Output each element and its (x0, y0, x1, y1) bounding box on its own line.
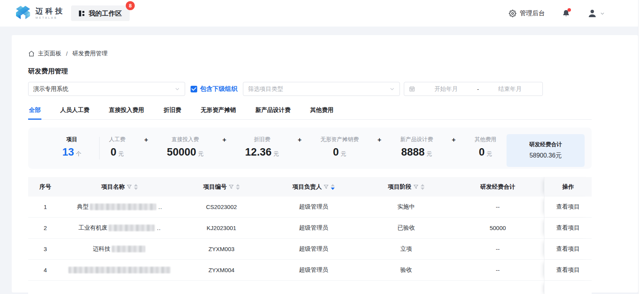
checkbox-checked-icon (191, 86, 197, 92)
tab-3[interactable]: 折旧费 (163, 103, 182, 120)
breadcrumb-separator: / (66, 50, 68, 57)
start-month-placeholder: 开始年月 (418, 85, 474, 93)
cell-code: ZYXM003 (177, 239, 266, 259)
system-select-value: 演示专用系统 (33, 85, 68, 93)
table-row: 2工业有机废‥KJ2023001超级管理员已验收50000查看项目 (28, 218, 592, 239)
expense-stats: 人工费 0元 + 直接投入费 50000元 + 折旧费 12.36元 + 无形资… (103, 136, 507, 158)
stat-project-count: 项目 13个 (45, 136, 99, 158)
scrollbar[interactable] (638, 0, 644, 294)
column-header-owner[interactable]: 项目负责人 (266, 177, 361, 197)
tab-2[interactable]: 直接投入费用 (108, 103, 145, 120)
admin-console-link[interactable]: 管理后台 (509, 9, 545, 18)
system-select[interactable]: 演示专用系统 (28, 82, 185, 96)
cell-index: 1 (28, 197, 62, 217)
cell-action: 查看项目 (544, 218, 592, 238)
logo-title: 迈科技 (36, 7, 65, 15)
tab-1[interactable]: 人员人工费 (59, 103, 90, 120)
filter-funnel-icon[interactable] (414, 184, 418, 189)
logo-mark-icon (14, 5, 32, 22)
workspace-label: 我的工作区 (89, 9, 122, 18)
user-menu-button[interactable] (587, 9, 605, 18)
workspace-grid-icon (79, 11, 85, 16)
chevron-down-icon (175, 86, 180, 92)
filter-funnel-icon[interactable] (324, 184, 328, 189)
table-header-row: 序号 项目名称 项目编号 项目负责人 项目阶段 研发经费合计 操作 (28, 177, 592, 197)
cell-stage: 实施中 (361, 197, 451, 217)
project-type-placeholder: 筛选项目类型 (248, 85, 283, 93)
stat-4: 新产品设计费 8888元 (400, 136, 433, 158)
logo-subtitle: METALAB (36, 16, 65, 19)
table-row: 1典型‥CS2023002超级管理员实施中--查看项目 (28, 197, 592, 218)
column-header-action: 操作 (544, 177, 592, 197)
view-project-link[interactable]: 查看项目 (557, 245, 580, 253)
cell-stage: 立项 (361, 239, 451, 259)
cell-code: KJ2023001 (177, 218, 266, 238)
chevron-down-icon (600, 11, 605, 16)
cell-owner: 超级管理员 (266, 260, 361, 280)
total-budget-value: 58900.36 (530, 152, 556, 159)
project-type-select[interactable]: 筛选项目类型 (243, 82, 400, 96)
divider (99, 137, 100, 159)
date-range-input[interactable]: 开始年月 - 结束年月 (404, 82, 543, 96)
column-header-name[interactable]: 项目名称 (62, 177, 177, 197)
table-row: 3迈科技ZYXM003超级管理员立项--查看项目 (28, 239, 592, 260)
breadcrumb: 主页面板 / 研发费用管理 (28, 50, 622, 57)
tab-4[interactable]: 无形资产摊销 (200, 103, 237, 120)
cell-action: 查看项目 (544, 197, 592, 217)
view-project-link[interactable]: 查看项目 (557, 224, 580, 232)
table-row: 4ZYXM004超级管理员验收--查看项目 (28, 260, 592, 281)
filter-funnel-icon[interactable] (229, 184, 234, 189)
cell-code: ZYXM004 (177, 260, 266, 280)
gear-icon (509, 10, 516, 17)
notification-bell-button[interactable] (562, 9, 570, 18)
sort-toggle[interactable] (134, 184, 138, 190)
top-navbar: 迈科技 METALAB 我的工作区 8 管理后台 (0, 0, 644, 27)
summary-card: 项目 13个 人工费 0元 + 直接投入费 50000元 + 折旧费 12.36… (28, 128, 592, 169)
include-sub-org-checkbox[interactable]: 包含下级组织 (191, 85, 237, 93)
cell-total: -- (451, 239, 544, 259)
column-header-stage[interactable]: 项目阶段 (361, 177, 451, 197)
home-icon (28, 50, 35, 57)
stat-1: 直接投入费 50000元 (167, 136, 203, 158)
total-budget-label: 研发经费合计 (529, 141, 562, 148)
filter-funnel-icon[interactable] (127, 184, 132, 189)
redacted-text (109, 225, 155, 231)
admin-label: 管理后台 (520, 9, 545, 18)
cell-owner: 超级管理员 (266, 218, 361, 238)
column-header-code[interactable]: 项目编号 (177, 177, 266, 197)
stat-5: 其他费用 0元 (475, 136, 496, 158)
plus-sign: + (298, 136, 301, 144)
user-avatar-icon (587, 9, 597, 18)
plus-sign: + (378, 136, 382, 144)
table-body: 1典型‥CS2023002超级管理员实施中--查看项目2工业有机废‥KJ2023… (28, 197, 592, 294)
column-header-index: 序号 (28, 177, 62, 197)
workspace-badge: 8 (126, 1, 135, 10)
redacted-text (68, 267, 171, 273)
cell-action: 查看项目 (544, 239, 592, 259)
cell-name: 迈科技 (62, 239, 177, 259)
my-workspace-button[interactable]: 我的工作区 8 (71, 5, 130, 21)
tab-6[interactable]: 其他费用 (309, 103, 334, 120)
end-month-placeholder: 结束年月 (482, 85, 538, 93)
sort-toggle[interactable] (421, 184, 425, 190)
view-project-link[interactable]: 查看项目 (557, 203, 580, 211)
cell-stage: 验收 (361, 260, 451, 280)
sort-toggle[interactable] (331, 184, 335, 190)
breadcrumb-home[interactable]: 主页面板 (38, 50, 61, 57)
redacted-text (112, 246, 145, 252)
cell-name: 典型‥ (62, 197, 177, 217)
cell-stage: 已验收 (361, 218, 451, 238)
stat-0: 人工费 0元 (109, 136, 125, 158)
tab-5[interactable]: 新产品设计费 (255, 103, 291, 120)
filter-bar: 演示专用系统 包含下级组织 筛选项目类型 开始 (28, 82, 622, 96)
stat-3: 无形资产摊销费 0元 (320, 136, 359, 158)
view-project-link[interactable]: 查看项目 (557, 266, 580, 274)
tab-0[interactable]: 全部 (28, 103, 41, 120)
column-header-total: 研发经费合计 (451, 177, 544, 197)
app-logo[interactable]: 迈科技 METALAB (14, 5, 65, 22)
notification-dot (567, 8, 571, 12)
sort-toggle[interactable] (236, 184, 240, 190)
cell-owner: 超级管理员 (266, 197, 361, 217)
include-sub-org-label: 包含下级组织 (200, 85, 237, 93)
projects-table: 序号 项目名称 项目编号 项目负责人 项目阶段 研发经费合计 操作 1典型‥CS… (28, 177, 592, 294)
